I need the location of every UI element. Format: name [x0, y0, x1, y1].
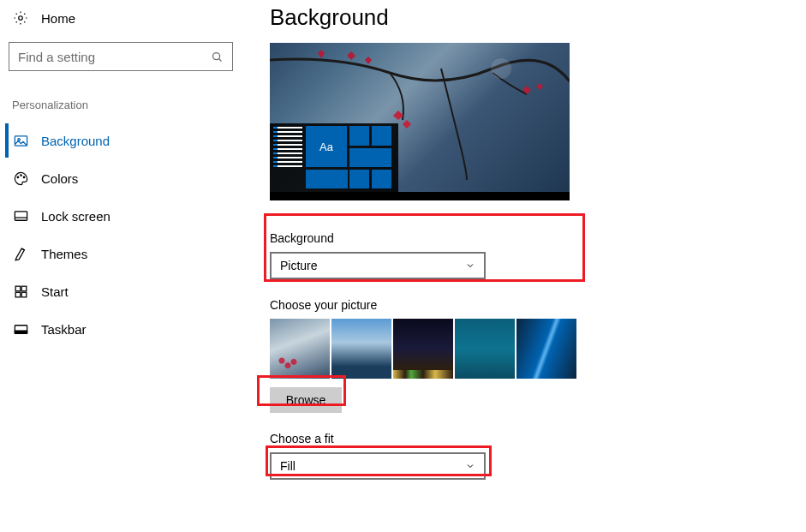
sidebar-item-label: Colors	[41, 171, 78, 186]
settings-sidebar: Home Personalization Background	[9, 4, 236, 350]
sidebar-item-label: Background	[41, 134, 110, 148]
home-label: Home	[41, 11, 75, 26]
lock-screen-icon	[12, 207, 29, 224]
palette-icon	[12, 170, 29, 187]
taskbar-icon	[12, 320, 29, 338]
nav-list: Background Colors Lock screen	[9, 123, 236, 346]
sidebar-item-lock-screen[interactable]: Lock screen	[9, 199, 236, 233]
search-input[interactable]	[18, 50, 211, 64]
annotation-highlight	[257, 375, 346, 406]
svg-point-16	[491, 58, 511, 79]
sidebar-item-taskbar[interactable]: Taskbar	[9, 312, 236, 346]
sidebar-item-label: Start	[41, 284, 69, 299]
svg-rect-15	[15, 331, 27, 333]
themes-icon	[12, 245, 29, 262]
svg-point-0	[19, 16, 23, 21]
sidebar-item-label: Themes	[41, 247, 87, 261]
annotation-highlight	[266, 445, 492, 476]
svg-rect-13	[21, 292, 27, 297]
svg-rect-8	[15, 211, 27, 219]
svg-rect-11	[21, 286, 27, 291]
start-icon	[12, 283, 29, 300]
preview-taskbar	[270, 192, 570, 200]
sidebar-item-colors[interactable]: Colors	[9, 161, 236, 195]
svg-point-5	[17, 176, 19, 178]
preview-accent-tile: Aa	[306, 126, 347, 167]
choose-fit-label: Choose a fit	[270, 432, 767, 445]
picture-thumbnail[interactable]	[270, 319, 330, 379]
desktop-preview: Aa	[270, 43, 570, 200]
sidebar-item-background[interactable]: Background	[5, 123, 236, 158]
annotation-highlight	[264, 213, 585, 282]
home-link[interactable]: Home	[9, 4, 236, 32]
sidebar-item-themes[interactable]: Themes	[9, 236, 236, 271]
picture-thumbnail[interactable]	[393, 319, 453, 379]
svg-point-1	[213, 52, 220, 59]
sidebar-item-label: Taskbar	[41, 322, 87, 337]
sidebar-item-label: Lock screen	[41, 209, 110, 224]
choose-picture-label: Choose your picture	[270, 298, 767, 312]
sidebar-item-start[interactable]: Start	[9, 274, 236, 308]
picture-thumbnail[interactable]	[516, 319, 576, 379]
preview-start-menu: Aa	[270, 123, 398, 192]
picture-thumbnail[interactable]	[331, 319, 391, 379]
category-label: Personalization	[9, 99, 236, 111]
svg-rect-12	[15, 292, 21, 297]
search-icon	[211, 51, 224, 63]
svg-rect-10	[15, 286, 21, 291]
picture-thumbnails	[270, 319, 767, 379]
page-title: Background	[270, 4, 767, 31]
svg-line-2	[219, 58, 222, 61]
gear-icon	[12, 9, 29, 27]
svg-point-7	[23, 176, 25, 178]
picture-thumbnail[interactable]	[455, 319, 515, 379]
search-input-container[interactable]	[9, 42, 233, 71]
picture-icon	[12, 132, 29, 149]
svg-point-6	[20, 174, 21, 176]
